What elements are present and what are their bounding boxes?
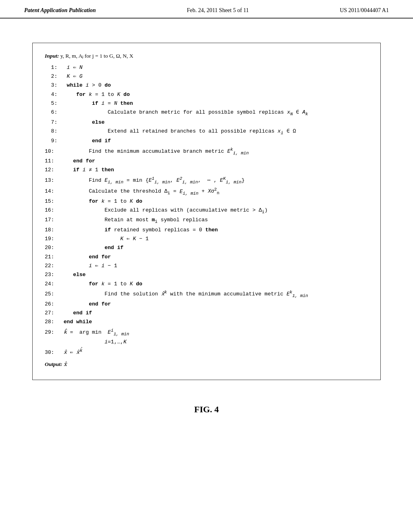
algorithm-lines: 1: i ⇐ N 2: K ⇐ G 3: while i > 0 do 4: f… xyxy=(45,63,368,357)
line-28: 28: end while xyxy=(45,318,368,326)
publication-title: Patent Application Publication xyxy=(24,7,96,14)
output-text: x̂ xyxy=(63,361,67,367)
line-12: 12: if i ≠ 1 then xyxy=(45,166,368,175)
line-27: 27: end if xyxy=(45,309,368,318)
line-3: 3: while i > 0 do xyxy=(45,81,368,90)
page-content: Input: y, R, m, Aⱼ for j = 1 to G, Ω, N,… xyxy=(0,19,413,439)
line-6: 6: Calculate branch metric for all possi… xyxy=(45,108,368,118)
line-24: 24: for k = 1 to K do xyxy=(45,280,368,289)
line-25: 25: Find the solution x̂k with the minim… xyxy=(45,289,368,300)
input-label: Input: xyxy=(45,53,59,59)
line-20: 20: end if xyxy=(45,243,368,252)
page: Patent Application Publication Feb. 24, … xyxy=(0,0,413,532)
algorithm-input: Input: y, R, m, Aⱼ for j = 1 to G, Ω, N,… xyxy=(45,51,368,61)
line-30: 30: x̂ ⇐ x̂k̂ xyxy=(45,347,368,357)
line-21: 21: end for xyxy=(45,253,368,262)
line-29-sub: i=1,…,K xyxy=(45,338,368,347)
line-7: 7: else xyxy=(45,118,368,127)
line-18: 18: if retained symbol replicas = 0 then xyxy=(45,226,368,235)
line-1: 1: i ⇐ N xyxy=(45,63,368,72)
line-19: 19: K ⇐ K − 1 xyxy=(45,235,368,243)
algorithm-box: Input: y, R, m, Aⱼ for j = 1 to G, Ω, N,… xyxy=(32,43,381,380)
line-23: 23: else xyxy=(45,270,368,279)
line-4: 4: for k = 1 to K do xyxy=(45,90,368,99)
line-15: 15: for k = 1 to K do xyxy=(45,197,368,206)
line-29: 29: k̂ = arg min Ei1, min xyxy=(45,327,368,338)
line-9: 9: end if xyxy=(45,137,368,145)
line-16: 16: Exclude all replicas with (accumulat… xyxy=(45,206,368,216)
input-text: y, R, m, Aⱼ for j = 1 to G, Ω, N, X xyxy=(59,53,133,59)
line-10: 10: Find the minimum accumulative branch… xyxy=(45,146,368,157)
figure-caption: FIG. 4 xyxy=(32,404,381,415)
line-17: 17: Retain at most mi symbol replicas xyxy=(45,216,368,225)
algorithm-output: Output: x̂ xyxy=(45,360,368,369)
line-2: 2: K ⇐ G xyxy=(45,72,368,81)
output-label: Output: xyxy=(45,361,63,367)
publication-date-sheet: Feb. 24, 2011 Sheet 5 of 11 xyxy=(187,7,249,14)
page-header: Patent Application Publication Feb. 24, … xyxy=(0,0,413,19)
line-22: 22: i ⇐ i − 1 xyxy=(45,262,368,270)
line-26: 26: end for xyxy=(45,300,368,309)
line-11: 11: end for xyxy=(45,157,368,166)
patent-number: US 2011/0044407 A1 xyxy=(340,7,389,14)
line-5: 5: if i = N then xyxy=(45,99,368,108)
line-13: 13: Find Ei, min = min {E1i, min, E2i, m… xyxy=(45,175,368,186)
line-8: 8: Extend all retained branches to all p… xyxy=(45,127,368,137)
line-14: 14: Calculate the threshold Δi = Ei, min… xyxy=(45,186,368,197)
